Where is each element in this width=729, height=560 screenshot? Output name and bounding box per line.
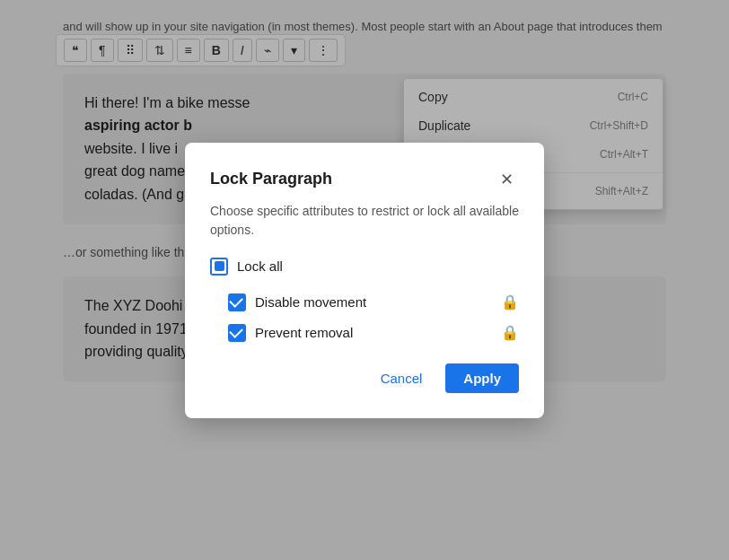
modal-header: Lock Paragraph ✕ xyxy=(210,168,519,191)
disable-movement-label: Disable movement xyxy=(255,294,366,310)
cancel-button[interactable]: Cancel xyxy=(368,363,435,393)
lock-all-checkbox[interactable] xyxy=(210,258,228,276)
modal-description: Choose specific attributes to restrict o… xyxy=(210,202,519,240)
disable-movement-row: Disable movement 🔒 xyxy=(210,293,519,311)
prevent-removal-checkbox[interactable] xyxy=(228,324,246,342)
lock-paragraph-modal: Lock Paragraph ✕ Choose specific attribu… xyxy=(185,143,544,418)
disable-movement-lock-icon: 🔒 xyxy=(501,293,519,311)
prevent-removal-label: Prevent removal xyxy=(255,325,353,340)
disable-movement-left: Disable movement xyxy=(228,293,366,311)
modal-close-button[interactable]: ✕ xyxy=(495,168,519,191)
prevent-removal-lock-icon: 🔒 xyxy=(501,324,519,341)
modal-footer: Cancel Apply xyxy=(210,363,519,393)
modal-overlay: Lock Paragraph ✕ Choose specific attribu… xyxy=(0,0,729,560)
prevent-removal-row: Prevent removal 🔒 xyxy=(210,324,519,342)
modal-title: Lock Paragraph xyxy=(210,170,332,188)
apply-button[interactable]: Apply xyxy=(445,363,519,393)
disable-movement-checkbox[interactable] xyxy=(228,293,246,311)
lock-all-label: Lock all xyxy=(237,258,283,274)
prevent-removal-left: Prevent removal xyxy=(228,324,353,342)
lock-all-row: Lock all xyxy=(210,258,519,276)
